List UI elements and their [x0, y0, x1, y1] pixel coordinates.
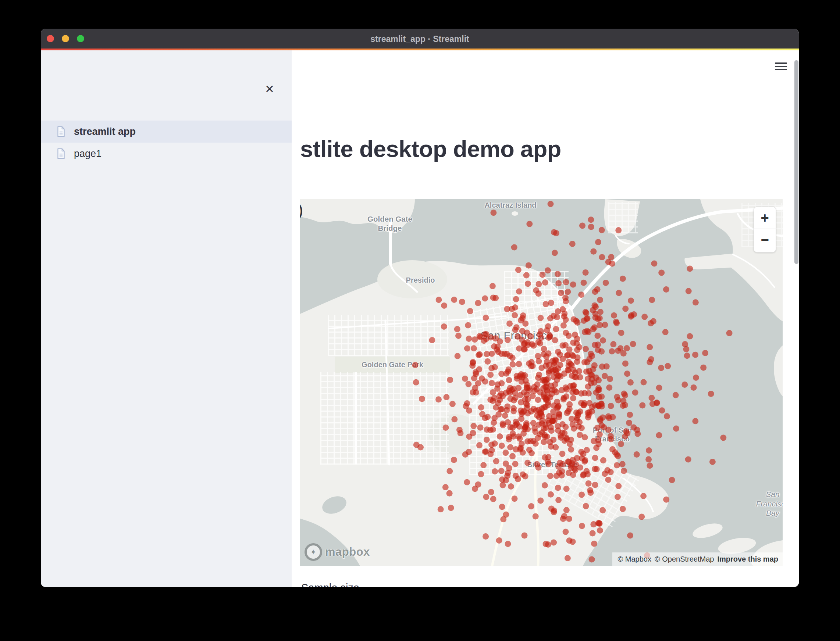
map-attribution: © Mapbox © OpenStreetMap Improve this ma… — [612, 552, 783, 566]
stray-character: ) — [300, 200, 303, 220]
sidebar: ✕ streamlit app — [41, 50, 292, 587]
mapbox-logo[interactable]: ✦ mapbox — [305, 543, 370, 561]
main-menu-button[interactable] — [773, 60, 790, 75]
attribution-osm-link[interactable]: © OpenStreetMap — [655, 555, 714, 564]
vertical-scrollbar-thumb[interactable] — [795, 60, 798, 264]
zoom-in-button[interactable]: + — [754, 207, 775, 229]
improve-this-map-link[interactable]: Improve this map — [717, 555, 778, 563]
sidebar-item-streamlit-app[interactable]: streamlit app — [41, 121, 292, 143]
sidebar-item-label: streamlit app — [74, 126, 136, 137]
document-icon — [56, 148, 66, 159]
close-icon: ✕ — [265, 83, 275, 95]
mapbox-logo-icon: ✦ — [305, 543, 322, 561]
window-title: streamlit_app · Streamlit — [41, 29, 799, 48]
mapbox-wordmark: mapbox — [325, 546, 370, 559]
sample-size-label: Sample size — [301, 582, 359, 587]
map-canvas[interactable]: Alcatraz IslandGolden Gate BridgePresidi… — [300, 199, 783, 566]
page-title: stlite desktop demo app — [300, 135, 561, 162]
sidebar-nav: streamlit app page1 — [41, 121, 292, 165]
titlebar: streamlit_app · Streamlit — [41, 29, 799, 48]
document-icon — [56, 126, 66, 137]
sidebar-close-button[interactable]: ✕ — [262, 81, 278, 97]
zoom-out-button[interactable]: − — [754, 229, 775, 251]
map-base-layer — [300, 199, 783, 566]
sidebar-item-page1[interactable]: page1 — [41, 143, 292, 165]
minus-icon: − — [761, 232, 769, 248]
plus-icon: + — [761, 210, 769, 225]
map-zoom-control: + − — [754, 206, 776, 253]
hamburger-icon — [775, 63, 787, 64]
attribution-mapbox-link[interactable]: © Mapbox — [617, 555, 651, 564]
sidebar-item-label: page1 — [74, 148, 102, 159]
main-content: stlite desktop demo app — [292, 50, 799, 587]
app-window: streamlit_app · Streamlit ✕ — [41, 29, 799, 587]
screenshot-stage: streamlit_app · Streamlit ✕ — [0, 0, 840, 641]
